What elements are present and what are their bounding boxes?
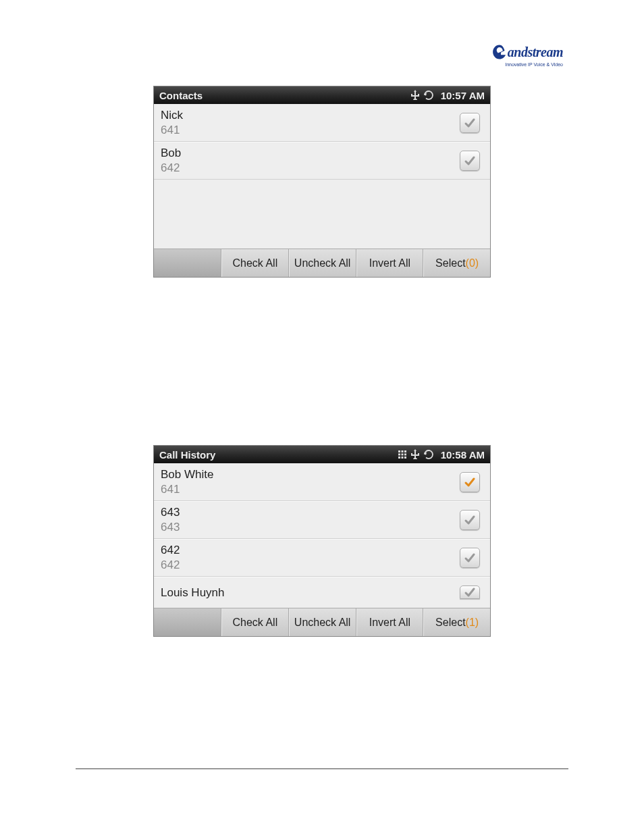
grandstream-logo: andstream Innovative IP Voice & Video	[491, 41, 563, 67]
list-item[interactable]: Bob White 641	[154, 463, 490, 501]
call-number: 642	[161, 558, 456, 572]
contact-checkbox[interactable]	[460, 151, 480, 171]
usb-icon	[411, 449, 419, 460]
call-name: 643	[161, 506, 456, 519]
svg-rect-5	[404, 454, 406, 456]
contact-name: Bob	[161, 147, 456, 160]
call-history-screen: Call History 10:58 AM Bob White 641 643 …	[154, 446, 490, 636]
svg-rect-6	[398, 457, 400, 459]
uncheck-all-button[interactable]: Uncheck All	[289, 249, 356, 277]
select-button[interactable]: Select(1)	[423, 608, 490, 636]
check-icon	[463, 154, 477, 167]
screen-title: Call History	[159, 449, 398, 461]
list-item[interactable]: Louis Huynh	[154, 577, 490, 608]
select-count: (1)	[466, 617, 479, 628]
contact-checkbox[interactable]	[460, 113, 480, 133]
call-name: Louis Huynh	[161, 586, 456, 600]
screen-title: Contacts	[159, 90, 411, 101]
status-time: 10:58 AM	[441, 449, 485, 461]
grandstream-g-icon	[491, 41, 508, 63]
call-number: 641	[161, 483, 456, 496]
select-label: Select	[435, 257, 465, 269]
contact-name: Nick	[161, 109, 456, 122]
svg-rect-1	[401, 450, 403, 452]
bottom-toolbar: Check All Uncheck All Invert All Select(…	[154, 608, 490, 636]
svg-rect-2	[404, 450, 406, 452]
list-item[interactable]: Bob 642	[154, 142, 490, 180]
select-button[interactable]: Select(0)	[423, 249, 490, 277]
svg-rect-0	[398, 450, 400, 452]
call-checkbox[interactable]	[460, 510, 480, 530]
select-label: Select	[435, 617, 465, 628]
refresh-icon	[423, 90, 434, 101]
logo-brand-text: andstream	[508, 45, 563, 60]
call-checkbox[interactable]	[460, 548, 480, 568]
uncheck-all-button[interactable]: Uncheck All	[289, 608, 356, 636]
select-count: (0)	[466, 257, 479, 269]
svg-rect-4	[401, 454, 403, 456]
list-item[interactable]: 643 643	[154, 501, 490, 539]
page-footer-divider	[76, 768, 568, 769]
list-item[interactable]: 642 642	[154, 539, 490, 577]
call-name: 642	[161, 544, 456, 557]
contact-number: 642	[161, 161, 456, 175]
check-icon	[463, 551, 477, 565]
check-all-button[interactable]: Check All	[221, 249, 289, 277]
invert-all-button[interactable]: Invert All	[356, 249, 424, 277]
dialpad-icon	[398, 450, 407, 459]
usb-icon	[411, 90, 419, 101]
status-time: 10:57 AM	[441, 90, 485, 101]
bottom-toolbar: Check All Uncheck All Invert All Select(…	[154, 249, 490, 277]
check-all-button[interactable]: Check All	[221, 608, 289, 636]
call-checkbox[interactable]	[460, 585, 480, 599]
contacts-screen: Contacts 10:57 AM Nick 641 Bob 642	[154, 86, 490, 277]
refresh-icon	[423, 449, 434, 460]
check-icon	[463, 513, 477, 527]
contacts-list[interactable]: Nick 641 Bob 642	[154, 104, 490, 249]
toolbar-spacer	[154, 608, 221, 636]
list-item[interactable]: Nick 641	[154, 104, 490, 142]
toolbar-spacer	[154, 249, 221, 277]
call-name: Bob White	[161, 468, 456, 481]
status-bar: Contacts 10:57 AM	[154, 86, 490, 104]
contact-number: 641	[161, 124, 456, 137]
svg-rect-8	[404, 457, 406, 459]
check-icon	[463, 475, 477, 489]
svg-rect-7	[401, 457, 403, 459]
check-icon	[463, 585, 477, 599]
call-number: 643	[161, 521, 456, 534]
status-bar: Call History 10:58 AM	[154, 446, 490, 463]
check-icon	[463, 116, 477, 130]
invert-all-button[interactable]: Invert All	[356, 608, 424, 636]
call-checkbox[interactable]	[460, 472, 480, 492]
svg-rect-3	[398, 454, 400, 456]
call-history-list[interactable]: Bob White 641 643 643 642	[154, 463, 490, 608]
